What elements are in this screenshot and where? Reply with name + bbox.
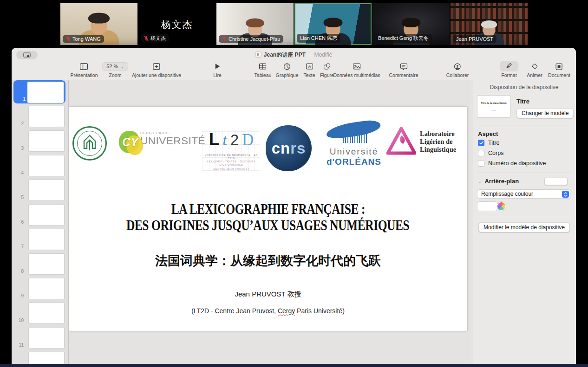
slide-thumbnail[interactable]: [28, 155, 65, 176]
slide-thumbnail[interactable]: [28, 204, 65, 225]
muted-mic-icon: [66, 36, 71, 42]
partner-logos-row: CY CERGY PARIS UNIVERSITÉ Lt2D LABORATOI…: [69, 107, 467, 172]
slide-thumbnail-row-7[interactable]: 7: [12, 228, 68, 251]
slide-thumbnail[interactable]: [28, 130, 65, 152]
cy-cergy-paris-universite-logo[interactable]: CY CERGY PARIS UNIVERSITÉ: [119, 129, 205, 156]
slide-number: 10: [13, 318, 24, 323]
slide-thumbnail-row-2[interactable]: 2: [12, 105, 68, 128]
cnrs-logo[interactable]: cnrs: [266, 125, 312, 171]
toolbar-comment-button[interactable]: Commentaire: [389, 61, 418, 78]
document-status: Modifié: [314, 52, 333, 58]
checkbox-checked[interactable]: [478, 140, 484, 146]
participant-tile-jean-pruvost[interactable]: Jean PRUVOST: [451, 3, 528, 45]
participant-tile-benedict-geng[interactable]: Benedict Geng 耿云冬: [372, 3, 450, 45]
orleans-brush-stroke: [324, 122, 384, 145]
slide-thumbnail-row-8[interactable]: 8: [12, 252, 68, 276]
participant-tile-lian-chen-active-speaker[interactable]: Lian CHEN 陈恋: [294, 3, 372, 45]
slide-number: 9: [13, 293, 24, 298]
slide-number: 1: [14, 97, 26, 102]
document-panel-icon: [555, 63, 562, 70]
slide-title-line2[interactable]: DES ORIGINES JUSQU’AUX USAGES NUMÉRIQUES: [69, 217, 467, 234]
participant-name: Jean PRUVOST: [456, 36, 493, 42]
toolbar-presentation-button[interactable]: Présentation: [71, 61, 98, 78]
slide-affiliation[interactable]: (LT2D - Centre Jean Pruvost, Cergy Paris…: [69, 307, 467, 315]
fill-color-well[interactable]: [477, 201, 506, 211]
toolbar-play-button[interactable]: Lire: [213, 61, 222, 78]
slide-thumbnail-row-4[interactable]: 4: [12, 154, 68, 177]
toolbar-media-button[interactable]: Données multimédias: [333, 61, 380, 78]
add-slide-icon: [153, 63, 160, 70]
slide-thumbnail[interactable]: [28, 253, 65, 275]
slide-thumbnail[interactable]: [28, 278, 65, 299]
slide-thumbnail-row-5[interactable]: 5: [12, 179, 68, 202]
toolbar-format-button[interactable]: Format: [500, 61, 518, 78]
option-titre[interactable]: Titre: [478, 140, 500, 146]
slide-thumbnail-row-9[interactable]: 9: [12, 277, 68, 300]
modify-master-button[interactable]: Modifier le modèle de diapositive: [478, 222, 570, 232]
participant-tile-christine[interactable]: Christine Jacquet-Pfau: [216, 3, 294, 45]
text-icon: A: [306, 63, 313, 70]
toolbar-animate-button[interactable]: Animer: [527, 61, 542, 78]
change-model-button[interactable]: Changer le modèle: [516, 108, 574, 118]
background-section-toggle[interactable]: ⌄ Arrière-plan: [478, 178, 519, 185]
slide-thumbnail[interactable]: [28, 106, 65, 127]
toolbar-table-button[interactable]: Tableau: [255, 61, 272, 78]
slide-title-line1[interactable]: LA LEXICOGRAPHIE FRANÇAISE :: [69, 201, 467, 218]
slide-thumbnail[interactable]: [28, 303, 65, 324]
participant-nametag: Tong WANG: [63, 35, 104, 43]
background-color-swatch-button[interactable]: [544, 178, 568, 185]
participant-tile-tong-wang[interactable]: Tong WANG: [60, 3, 137, 45]
participant-nametag: Benedict Geng 耿云冬: [375, 34, 432, 43]
document-title: Jean的讲座 PPT: [264, 52, 306, 58]
slide-number: 7: [13, 244, 24, 249]
checkbox-unchecked[interactable]: [478, 150, 484, 156]
participant-tile-yang-wenjie[interactable]: 杨文杰 杨文杰: [138, 3, 216, 45]
current-fill-swatch[interactable]: [477, 201, 497, 211]
option-corps[interactable]: Corps: [478, 150, 503, 156]
slide-thumbnail-row-12[interactable]: 12: [12, 351, 68, 364]
slide-navigator: 1 2 3 4 5 6 7 8 9: [12, 80, 69, 364]
toolbar-zoom-control[interactable]: 52 %⌄ Zoom: [102, 61, 128, 78]
slide-thumbnail-row-11[interactable]: 11: [12, 326, 68, 349]
color-wheel-icon[interactable]: [497, 202, 506, 211]
slide-thumbnail[interactable]: [28, 229, 65, 250]
cy-blob-mark: CY: [119, 129, 143, 156]
participant-name: 杨文杰: [150, 35, 166, 42]
slide-layout-thumbnail[interactable]: Titre de la présentation: [477, 95, 510, 118]
participant-nametag: 杨文杰: [141, 34, 169, 43]
toolbar-chart-button[interactable]: Graphique: [275, 61, 298, 78]
hzau-emblem-icon: [82, 135, 98, 152]
fill-type-select[interactable]: Remplissage couleur: [477, 189, 570, 199]
slide-thumbnail[interactable]: [28, 352, 65, 364]
universite-orleans-logo[interactable]: Université d'ORLÉANS: [324, 122, 384, 167]
select-stepper-icon[interactable]: [562, 191, 569, 198]
slide-thumbnail-row-6[interactable]: 6: [12, 203, 68, 226]
toolbar-collaborate-button[interactable]: Collaborer: [446, 61, 469, 78]
option-numero-diapositive[interactable]: Numéro de diapositive: [478, 160, 546, 167]
slide-number: 6: [13, 219, 24, 225]
slide-thumbnail-row-10[interactable]: 10: [12, 302, 68, 325]
checkbox-unchecked[interactable]: [478, 160, 484, 167]
toolbar-text-button[interactable]: A Texte: [303, 61, 315, 78]
slide-subtitle-chinese[interactable]: 法国词典学：从缘起到数字化时代的飞跃: [69, 252, 467, 269]
toolbar-document-button[interactable]: Document: [548, 61, 570, 78]
slide-thumbnail-row-3[interactable]: 3: [12, 129, 68, 153]
slide-author[interactable]: Jean PRUVOST 教授: [69, 290, 467, 299]
hzau-university-seal-logo[interactable]: [72, 126, 107, 161]
slide-number: 2: [13, 121, 24, 126]
slide-thumbnail-row-1[interactable]: 1: [13, 80, 65, 103]
toolbar-add-slide-button[interactable]: Ajouter une diapositive: [132, 61, 181, 78]
slide-thumbnail[interactable]: [28, 180, 65, 201]
muted-mic-icon: [144, 36, 149, 41]
layout-name-label: Titre: [516, 98, 529, 105]
sidebar-layout-icon: [80, 63, 88, 70]
laboratoire-ligerien-logo[interactable]: Laboratoire Ligérien de Linguistique: [386, 127, 456, 156]
slide-thumbnail[interactable]: [28, 327, 65, 348]
table-icon: [259, 63, 267, 70]
current-slide[interactable]: CY CERGY PARIS UNIVERSITÉ Lt2D LABORATOI…: [69, 107, 467, 331]
lt2d-laboratory-logo[interactable]: Lt2D LABORATOIRE DE RECHERCHE - EA 7518 …: [203, 130, 260, 171]
toolbar-shape-button[interactable]: Figure: [320, 61, 334, 78]
pie-chart-icon: [283, 63, 290, 70]
participant-name: Benedict Geng 耿云冬: [378, 35, 429, 42]
slide-thumbnail[interactable]: [27, 82, 64, 103]
